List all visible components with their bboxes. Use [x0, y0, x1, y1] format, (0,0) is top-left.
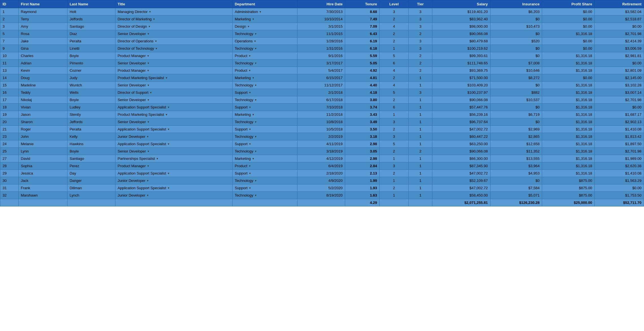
dropdown-arrow-icon[interactable]: ▼	[254, 135, 257, 138]
cell-department: Marketing▼	[232, 155, 297, 162]
dropdown-arrow-icon[interactable]: ▼	[259, 10, 262, 13]
cell-hireDate: 11/1/2015	[297, 30, 345, 38]
dropdown-arrow-icon[interactable]: ▼	[155, 47, 158, 50]
cell-tier: 3	[409, 38, 432, 45]
cell-retirement: $2,701.98	[595, 148, 644, 155]
cell-tier: 1	[409, 126, 432, 133]
dropdown-arrow-icon[interactable]: ▼	[247, 25, 250, 28]
dropdown-arrow-icon[interactable]: ▼	[165, 77, 168, 79]
cell-department: Product▼	[232, 52, 297, 60]
dropdown-arrow-icon[interactable]: ▼	[147, 165, 149, 167]
cell-insurance: $7,584	[490, 184, 542, 192]
dropdown-arrow-icon[interactable]: ▼	[249, 143, 251, 145]
dropdown-arrow-icon[interactable]: ▼	[167, 128, 170, 131]
cell-tier: 3	[409, 8, 432, 16]
dropdown-arrow-icon[interactable]: ▼	[167, 187, 170, 190]
dropdown-arrow-icon[interactable]: ▼	[147, 99, 150, 101]
cell-profitShare: $1,316.18	[542, 162, 595, 170]
cell-id: 20	[0, 118, 19, 126]
dropdown-arrow-icon[interactable]: ▼	[156, 157, 159, 160]
cell-insurance: $4,953	[490, 170, 542, 177]
cell-insurance: $2,969	[490, 126, 542, 133]
footer-insurance: $126,230.28	[490, 199, 542, 206]
cell-department: Marketing▼	[232, 74, 297, 82]
dropdown-arrow-icon[interactable]: ▼	[249, 106, 251, 109]
dropdown-arrow-icon[interactable]: ▼	[254, 40, 256, 43]
cell-id: 29	[0, 170, 19, 177]
dropdown-arrow-icon[interactable]: ▼	[147, 32, 150, 35]
cell-department: Technology▼	[232, 148, 297, 155]
dropdown-arrow-icon[interactable]: ▼	[252, 157, 255, 160]
footer-level	[380, 199, 409, 206]
dropdown-arrow-icon[interactable]: ▼	[248, 55, 251, 57]
dropdown-arrow-icon[interactable]: ▼	[249, 91, 251, 94]
dropdown-arrow-icon[interactable]: ▼	[147, 69, 149, 72]
cell-profitShare: $875.00	[542, 192, 595, 199]
cell-insurance: $13,555	[490, 155, 542, 162]
dropdown-arrow-icon[interactable]: ▼	[153, 18, 155, 21]
cell-department: Support▼	[232, 170, 297, 177]
dropdown-arrow-icon[interactable]: ▼	[254, 32, 257, 35]
cell-salary: $100,237.97	[432, 89, 490, 96]
cell-title: Director of Marketing▼	[115, 16, 232, 23]
cell-level: 5	[380, 52, 409, 60]
dropdown-arrow-icon[interactable]: ▼	[147, 55, 149, 57]
dropdown-arrow-icon[interactable]: ▼	[167, 172, 170, 175]
cell-tenure: 8.68	[345, 8, 380, 16]
dropdown-arrow-icon[interactable]: ▼	[254, 99, 257, 101]
cell-tenure: 1.63	[345, 192, 380, 199]
employee-table: IDFirst NameLast NameTitleDepartmentHire…	[0, 0, 644, 206]
cell-hireDate: 3/1/2015	[297, 23, 345, 30]
header-retirement: Retirement	[595, 0, 644, 8]
dropdown-arrow-icon[interactable]: ▼	[147, 121, 150, 123]
dropdown-arrow-icon[interactable]: ▼	[254, 179, 257, 182]
dropdown-arrow-icon[interactable]: ▼	[254, 84, 257, 87]
dropdown-arrow-icon[interactable]: ▼	[254, 62, 257, 65]
dropdown-arrow-icon[interactable]: ▼	[254, 150, 257, 153]
cell-level: 2	[380, 126, 409, 133]
dropdown-arrow-icon[interactable]: ▼	[165, 113, 168, 116]
dropdown-arrow-icon[interactable]: ▼	[167, 143, 170, 145]
dropdown-arrow-icon[interactable]: ▼	[254, 194, 257, 197]
dropdown-arrow-icon[interactable]: ▼	[248, 165, 251, 167]
dropdown-arrow-icon[interactable]: ▼	[254, 47, 257, 50]
dropdown-arrow-icon[interactable]: ▼	[148, 25, 151, 28]
cell-firstName: Rosa	[18, 30, 67, 38]
dropdown-arrow-icon[interactable]: ▼	[252, 77, 255, 79]
table-row: 29JessicaDayApplication Support Speciali…	[0, 170, 644, 177]
cell-department: Technology▼	[232, 45, 297, 52]
cell-title: Application Support Specialist▼	[115, 104, 232, 111]
dropdown-arrow-icon[interactable]: ▼	[249, 128, 251, 131]
dropdown-arrow-icon[interactable]: ▼	[254, 121, 257, 123]
dropdown-arrow-icon[interactable]: ▼	[249, 187, 251, 190]
cell-retirement: $0.00	[595, 104, 644, 111]
cell-retirement: $1,410.08	[595, 126, 644, 133]
cell-id: 17	[0, 96, 19, 104]
dropdown-arrow-icon[interactable]: ▼	[155, 40, 157, 43]
cell-profitShare: $1,316.18	[542, 30, 595, 38]
dropdown-arrow-icon[interactable]: ▼	[167, 106, 170, 109]
dropdown-arrow-icon[interactable]: ▼	[150, 91, 152, 94]
cell-department: Technology▼	[232, 82, 297, 89]
cell-firstName: John	[18, 133, 67, 140]
dropdown-arrow-icon[interactable]: ▼	[147, 62, 150, 65]
cell-lastName: Peralta	[67, 38, 115, 45]
dropdown-arrow-icon[interactable]: ▼	[252, 18, 255, 21]
cell-retirement: $2,701.98	[595, 30, 644, 38]
table-row: 10CharlesBoyleProduct Manager▼Product▼9/…	[0, 52, 644, 60]
cell-level: 5	[380, 89, 409, 96]
dropdown-arrow-icon[interactable]: ▼	[146, 135, 149, 138]
dropdown-arrow-icon[interactable]: ▼	[147, 150, 150, 153]
cell-department: Technology▼	[232, 60, 297, 67]
dropdown-arrow-icon[interactable]: ▼	[252, 113, 255, 116]
dropdown-arrow-icon[interactable]: ▼	[146, 179, 149, 182]
dropdown-arrow-icon[interactable]: ▼	[249, 172, 251, 175]
cell-hireDate: 2/2/2019	[297, 133, 345, 140]
dropdown-arrow-icon[interactable]: ▼	[149, 10, 151, 13]
dropdown-arrow-icon[interactable]: ▼	[146, 194, 149, 197]
dropdown-arrow-icon[interactable]: ▼	[147, 84, 150, 87]
cell-lastName: Dillman	[67, 184, 115, 192]
cell-department: Technology▼	[232, 192, 297, 199]
cell-id: 3	[0, 23, 19, 30]
dropdown-arrow-icon[interactable]: ▼	[248, 69, 251, 72]
